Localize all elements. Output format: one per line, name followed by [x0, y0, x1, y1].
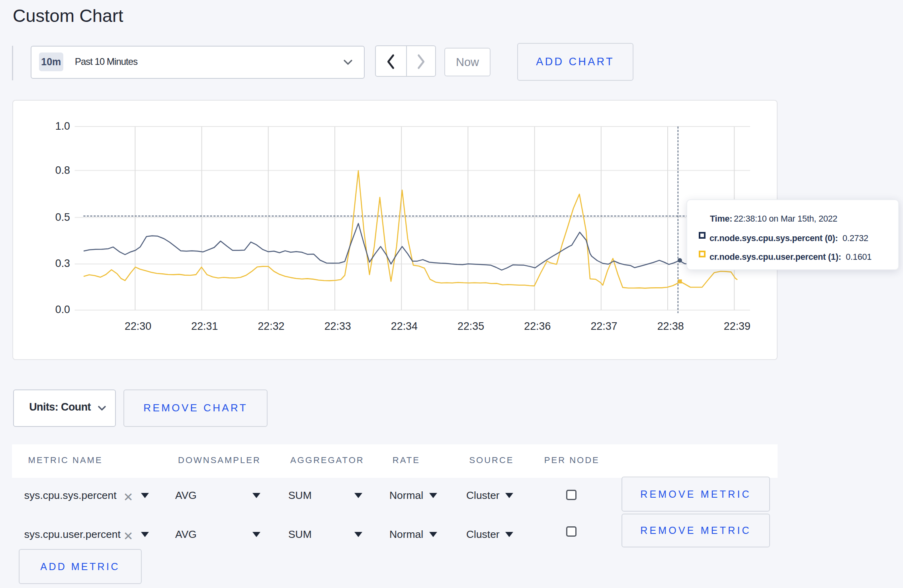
svg-text:0.3: 0.3 [55, 257, 70, 269]
svg-text:1.0: 1.0 [55, 120, 70, 132]
svg-text:22:32: 22:32 [258, 320, 284, 332]
svg-text:22:33: 22:33 [324, 320, 351, 332]
svg-text:22:31: 22:31 [191, 320, 218, 332]
svg-text:22:38: 22:38 [657, 320, 684, 332]
svg-text:22:35: 22:35 [457, 320, 484, 332]
svg-text:0.8: 0.8 [55, 164, 70, 176]
svg-text:22:39: 22:39 [724, 320, 751, 332]
svg-text:22:36: 22:36 [524, 320, 551, 332]
svg-text:0.0: 0.0 [55, 304, 70, 315]
svg-text:0.5: 0.5 [55, 211, 70, 223]
svg-text:22:30: 22:30 [125, 320, 151, 332]
svg-text:22:34: 22:34 [391, 320, 418, 332]
svg-text:22:37: 22:37 [590, 320, 617, 332]
